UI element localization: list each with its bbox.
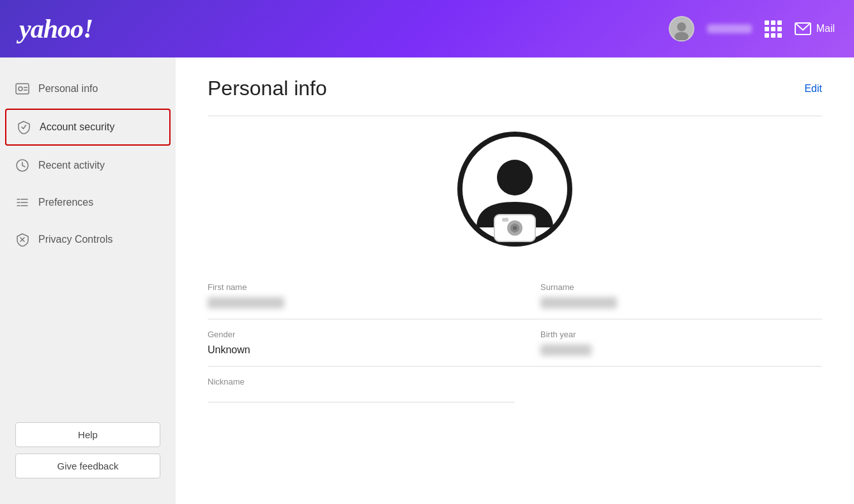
sidebar-item-preferences[interactable]: Preferences	[0, 184, 176, 221]
shield-icon	[17, 120, 31, 134]
main-content: Personal info Edit	[176, 57, 854, 504]
sidebar-item-label: Account security	[40, 121, 114, 133]
sidebar-item-account-security[interactable]: Account security	[5, 109, 171, 146]
mail-button[interactable]: Mail	[795, 22, 835, 35]
sidebar-item-label: Preferences	[38, 197, 93, 208]
surname-field: Surname	[515, 272, 822, 319]
sidebar-item-personal-info[interactable]: Personal info	[0, 70, 176, 107]
sidebar: Personal info Account security	[0, 57, 176, 504]
birth-year-value	[540, 344, 591, 356]
gender-value: Unknown	[208, 344, 489, 356]
give-feedback-button[interactable]: Give feedback	[15, 454, 160, 478]
gender-field: Gender Unknown	[208, 319, 515, 367]
sidebar-item-label: Personal info	[38, 83, 98, 95]
profile-avatar[interactable]	[457, 132, 572, 247]
svg-point-22	[513, 226, 517, 230]
user-name	[707, 24, 752, 33]
svg-point-18	[497, 160, 533, 195]
first-name-label: First name	[208, 282, 489, 292]
apps-grid-icon[interactable]	[765, 20, 782, 38]
list-icon	[15, 195, 29, 210]
avatar[interactable]	[669, 16, 694, 42]
nickname-label: Nickname	[208, 377, 489, 386]
main-layout: Personal info Account security	[0, 57, 854, 504]
header-right: Mail	[669, 16, 835, 42]
privacy-icon	[15, 233, 29, 247]
surname-value	[540, 297, 617, 309]
sidebar-item-label: Privacy Controls	[38, 234, 112, 245]
sidebar-item-recent-activity[interactable]: Recent activity	[0, 147, 176, 184]
birth-year-label: Birth year	[540, 330, 822, 339]
fields-grid: First name Surname Gender Unknown Birth …	[208, 272, 822, 402]
page-title: Personal info	[208, 77, 327, 100]
first-name-field: First name	[208, 272, 515, 319]
gender-label: Gender	[208, 330, 489, 339]
avatar-area[interactable]	[208, 132, 822, 247]
svg-point-1	[677, 22, 686, 31]
content-header: Personal info Edit	[208, 77, 822, 100]
surname-label: Surname	[540, 282, 822, 292]
first-name-value	[208, 297, 284, 309]
header-divider	[208, 116, 822, 116]
sidebar-item-privacy-controls[interactable]: Privacy Controls	[0, 221, 176, 258]
svg-point-5	[19, 87, 22, 91]
clock-icon	[15, 158, 29, 172]
mail-label: Mail	[816, 23, 835, 34]
edit-button[interactable]: Edit	[804, 83, 822, 95]
app-header: yahoo! Mail	[0, 0, 854, 57]
nickname-field: Nickname	[208, 367, 515, 402]
sidebar-item-label: Recent activity	[38, 160, 105, 171]
yahoo-logo: yahoo!	[19, 13, 93, 44]
sidebar-nav: Personal info Account security	[0, 70, 176, 409]
person-card-icon	[15, 82, 29, 96]
birth-year-field: Birth year	[515, 319, 822, 367]
sidebar-bottom: Help Give feedback	[0, 409, 176, 491]
help-button[interactable]: Help	[15, 422, 160, 447]
svg-rect-23	[502, 218, 508, 222]
